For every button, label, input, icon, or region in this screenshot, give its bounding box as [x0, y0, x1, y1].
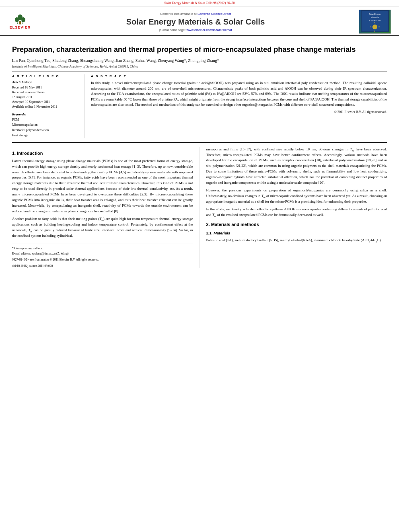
banner-center: Contents lists available at SciVerse Sci… [32, 12, 359, 32]
divider [12, 72, 387, 72]
body-left-column: 1. Introduction Latent thermal energy st… [12, 147, 193, 268]
cover-image-icon: Solar Energy Materials & Solar Cells [361, 10, 389, 32]
homepage-line: journal homepage: www.elsevier.com/locat… [32, 28, 359, 32]
issn-line: 0927-0248/$ - see front matter © 2011 El… [12, 257, 193, 262]
keyword-microencapsulation: Microencapsulation [12, 123, 78, 128]
divider-2 [12, 142, 387, 143]
svg-point-10 [372, 25, 377, 29]
elsevier-label: ELSEVIER [10, 25, 31, 29]
homepage-url[interactable]: www.elsevier.com/locate/solmat [187, 28, 232, 32]
elsevier-logo: ELSEVIER [8, 14, 32, 30]
right-para1: mesopores and films [15–17], with confin… [206, 147, 387, 186]
contents-available-line: Contents lists available at SciVerse Sci… [32, 12, 359, 16]
journal-cover-thumbnail: Solar Energy Materials & Solar Cells [359, 10, 391, 34]
email-note: E-mail address: zpzhang@iim.ac.cn (Z. Wa… [12, 251, 193, 256]
keyword-interfacial: Interfacial polycondensation [12, 128, 78, 133]
received-revised-date: 18 August 2011 [12, 95, 78, 100]
svg-point-1 [15, 17, 19, 22]
doi-line: doi:10.1016/j.solmat.2011.09.020 [12, 264, 193, 268]
keywords-title: Keywords: [12, 113, 78, 116]
corresponding-note: * Corresponding authors. [12, 246, 193, 251]
cover-text: Solar Energy Materials & Solar Cells [359, 10, 391, 34]
intro-para2: Another problem to fatty acids is that t… [12, 216, 193, 239]
abstract-column: A B S T R A C T In this study, a novel m… [84, 74, 387, 138]
main-body: 1. Introduction Latent thermal energy st… [12, 147, 387, 268]
abstract-copyright: © 2011 Elsevier B.V. All rights reserved… [91, 110, 387, 114]
svg-text:Solar Energy: Solar Energy [369, 13, 381, 15]
svg-text:& Solar Cells: & Solar Cells [369, 19, 381, 22]
abstract-title: A B S T R A C T [91, 74, 387, 78]
authors-line: Lin Pan, Quanhong Tao, Shudong Zhang, Sh… [12, 58, 387, 64]
body-right-column: mesopores and films [15–17], with confin… [206, 147, 387, 268]
section1-heading: 1. Introduction [12, 150, 193, 157]
article-info-column: A R T I C L E I N F O Article history: R… [12, 74, 84, 138]
article-info-title: A R T I C L E I N F O [12, 74, 78, 78]
keyword-pcm: PCM [12, 117, 78, 123]
journal-title: Solar Energy Materials & Solar Cells [32, 17, 359, 27]
info-abstract-section: A R T I C L E I N F O Article history: R… [12, 74, 387, 138]
available-online: Available online 1 November 2011 [12, 105, 78, 109]
column-divider [200, 147, 200, 268]
materials-para: Palmitic acid (PA), sodium dodecyl sulfa… [206, 238, 387, 243]
svg-text:Materials: Materials [371, 16, 379, 18]
footnote-area: * Corresponding authors. E-mail address:… [12, 244, 193, 268]
right-para3: In this study, we develop a facile metho… [206, 207, 387, 218]
right-para2: However, the previous experiments on pre… [206, 188, 387, 205]
section2-heading: 2. Materials and methods [206, 221, 387, 228]
intro-para1: Latent thermal energy storage using phas… [12, 158, 193, 214]
elsevier-tree-icon [12, 14, 28, 25]
sciverse-link[interactable]: SciVerse ScienceDirect [197, 12, 231, 16]
article-title: Preparation, characterization and therma… [12, 45, 387, 54]
abstract-text: In this study, a novel microencapsulated… [91, 80, 387, 108]
banner-left: ELSEVIER [8, 14, 32, 30]
section2-1-heading: 2.1. Materials [206, 230, 387, 236]
received-date: Received 16 May 2011 [12, 85, 78, 90]
keyword-heat: Heat storage [12, 133, 78, 138]
journal-header-bar: Solar Energy Materials & Solar Cells 98 … [0, 0, 399, 6]
affiliation: Institute of Intelligent Machines, Chine… [12, 64, 387, 68]
accepted-date: Accepted 10 September 2011 [12, 100, 78, 105]
journal-banner: ELSEVIER Contents lists available at Sci… [0, 6, 399, 36]
article-history-title: Article history: [12, 80, 78, 84]
journal-citation: Solar Energy Materials & Solar Cells 98 … [165, 1, 235, 5]
article-content: Preparation, characterization and therma… [0, 36, 399, 272]
svg-point-2 [21, 17, 25, 22]
received-revised-label: Received in revised form [12, 90, 78, 95]
